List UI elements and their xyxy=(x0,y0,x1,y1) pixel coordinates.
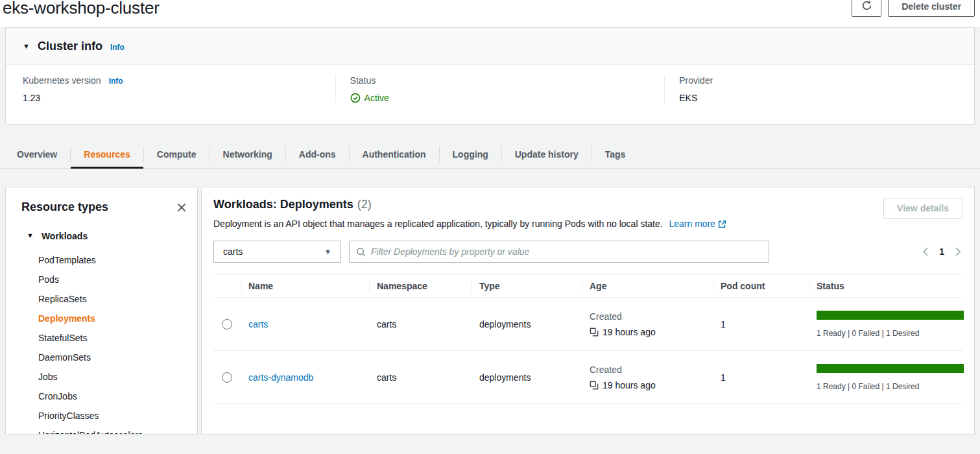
close-icon[interactable] xyxy=(176,202,187,213)
sidebar-item-horizontalpodautoscalers[interactable]: HorizontalPodAutoscalers xyxy=(38,425,197,435)
type-cell: deployments xyxy=(472,372,582,383)
sidebar-item-statefulsets[interactable]: StatefulSets xyxy=(38,328,197,348)
description-text: Deployment is an API object that manages… xyxy=(213,219,663,229)
provider-value: EKS xyxy=(679,93,961,103)
sidebar-item-replicasets[interactable]: ReplicaSets xyxy=(38,289,197,309)
resource-types-panel: Resource types ▼ Workloads PodTemplates … xyxy=(5,187,198,435)
status-text: 1 Ready | 0 Failed | 1 Desired xyxy=(817,382,964,391)
age-value-text: 19 hours ago xyxy=(603,327,656,337)
age-cell: Created 19 hours ago xyxy=(582,364,713,390)
filter-search xyxy=(349,241,769,263)
search-icon xyxy=(356,247,366,257)
tab-authentication[interactable]: Authentication xyxy=(350,140,439,168)
sidebar-item-cronjobs[interactable]: CronJobs xyxy=(38,387,197,406)
status-progress-bar xyxy=(817,364,964,373)
column-header-status: Status xyxy=(809,275,962,297)
deployments-description: Deployment is an API object that manages… xyxy=(213,219,726,230)
status-field: Status Active xyxy=(335,75,665,103)
status-text: 1 Ready | 0 Failed | 1 Desired xyxy=(817,329,964,338)
delete-cluster-button[interactable]: Delete cluster xyxy=(888,0,975,17)
deployments-count: (2) xyxy=(357,198,372,211)
filter-search-input[interactable] xyxy=(371,246,762,257)
age-created-label: Created xyxy=(590,364,705,375)
page-title: eks-workshop-cluster xyxy=(3,0,160,18)
refresh-icon xyxy=(861,0,872,13)
namespace-cell: carts xyxy=(369,319,472,329)
copy-icon[interactable] xyxy=(590,328,599,337)
pod-count-cell: 1 xyxy=(713,372,809,383)
age-value-text: 19 hours ago xyxy=(603,380,656,390)
sidebar-item-podtemplates[interactable]: PodTemplates xyxy=(38,250,197,270)
tab-tags[interactable]: Tags xyxy=(592,140,639,168)
sidebar-item-pods[interactable]: Pods xyxy=(38,270,197,289)
deployments-panel: Workloads: Deployments(2) Deployment is … xyxy=(201,187,975,435)
workloads-group-label: Workloads xyxy=(42,231,88,241)
cluster-info-body: Kubernetes version Info 1.23 Status Acti… xyxy=(6,65,974,124)
refresh-button[interactable] xyxy=(852,0,881,17)
sidebar-item-priorityclasses[interactable]: PriorityClasses xyxy=(38,406,197,425)
column-header-type: Type xyxy=(472,275,582,297)
status-cell: 1 Ready | 0 Failed | 1 Desired xyxy=(809,364,972,391)
next-page-button[interactable] xyxy=(953,246,962,257)
resource-type-list: PodTemplates Pods ReplicaSets Deployment… xyxy=(38,250,197,435)
status-value: Active xyxy=(365,93,389,103)
kubernetes-version-field: Kubernetes version Info 1.23 xyxy=(6,75,335,103)
header-actions: Delete cluster xyxy=(852,0,975,17)
chevron-down-icon: ▼ xyxy=(324,248,331,256)
sidebar-item-deployments[interactable]: Deployments xyxy=(38,309,197,328)
cluster-info-card: ▼ Cluster info Info Kubernetes version I… xyxy=(5,27,975,125)
selection-column-header xyxy=(213,275,241,297)
kubernetes-version-value: 1.23 xyxy=(23,93,322,103)
table-header-row: Name Namespace Type Age Pod count Status xyxy=(213,274,962,298)
tab-resources[interactable]: Resources xyxy=(71,140,143,168)
kubernetes-version-info-link[interactable]: Info xyxy=(109,77,123,86)
age-created-label: Created xyxy=(590,311,705,322)
column-header-age: Age xyxy=(582,275,713,297)
sidebar-item-jobs[interactable]: Jobs xyxy=(38,367,197,387)
column-header-name: Name xyxy=(241,275,369,297)
table-row: carts-dynamodb carts deployments Created… xyxy=(213,351,962,404)
caret-down-icon: ▼ xyxy=(27,232,34,239)
deployments-title: Workloads: Deployments xyxy=(213,198,353,211)
copy-icon[interactable] xyxy=(590,381,599,390)
view-details-button[interactable]: View details xyxy=(883,198,962,219)
current-page-number[interactable]: 1 xyxy=(939,246,944,257)
sidebar-item-daemonsets[interactable]: DaemonSets xyxy=(38,348,197,367)
row-radio-button[interactable] xyxy=(222,372,232,383)
page-header: eks-workshop-cluster Delete cluster xyxy=(0,0,980,27)
deployment-link[interactable]: carts xyxy=(248,319,268,329)
tab-logging[interactable]: Logging xyxy=(440,140,501,168)
check-circle-icon xyxy=(350,93,361,103)
tab-compute[interactable]: Compute xyxy=(144,140,209,168)
deployments-table: Name Namespace Type Age Pod count Status… xyxy=(213,274,962,404)
cluster-info-header[interactable]: ▼ Cluster info Info xyxy=(6,28,974,65)
pagination: 1 xyxy=(921,246,962,257)
caret-down-icon: ▼ xyxy=(23,42,30,50)
table-row: carts carts deployments Created 19 hours… xyxy=(213,298,962,351)
column-header-pod-count: Pod count xyxy=(713,275,809,297)
status-progress-bar xyxy=(817,311,964,320)
age-cell: Created 19 hours ago xyxy=(582,311,713,337)
learn-more-link[interactable]: Learn more xyxy=(669,219,716,229)
namespace-filter-select[interactable]: carts ▼ xyxy=(213,241,341,263)
cluster-tabs: Overview Resources Compute Networking Ad… xyxy=(0,140,980,169)
provider-label: Provider xyxy=(679,75,713,86)
status-cell: 1 Ready | 0 Failed | 1 Desired xyxy=(809,311,972,338)
kubernetes-version-label: Kubernetes version xyxy=(23,75,101,86)
namespace-filter-value: carts xyxy=(223,246,243,257)
type-cell: deployments xyxy=(472,319,582,329)
cluster-info-title: Cluster info xyxy=(38,40,102,53)
cluster-info-info-link[interactable]: Info xyxy=(110,43,125,52)
status-label: Status xyxy=(350,75,376,86)
provider-field: Provider EKS xyxy=(664,75,974,103)
workloads-group-toggle[interactable]: ▼ Workloads xyxy=(27,231,197,241)
resource-types-title: Resource types xyxy=(21,200,108,214)
column-header-namespace: Namespace xyxy=(369,275,472,297)
tab-networking[interactable]: Networking xyxy=(210,140,285,168)
tab-add-ons[interactable]: Add-ons xyxy=(286,140,349,168)
previous-page-button[interactable] xyxy=(921,246,930,257)
deployment-link[interactable]: carts-dynamodb xyxy=(248,372,313,383)
tab-update-history[interactable]: Update history xyxy=(502,140,592,168)
row-radio-button[interactable] xyxy=(222,319,232,329)
tab-overview[interactable]: Overview xyxy=(4,140,70,168)
